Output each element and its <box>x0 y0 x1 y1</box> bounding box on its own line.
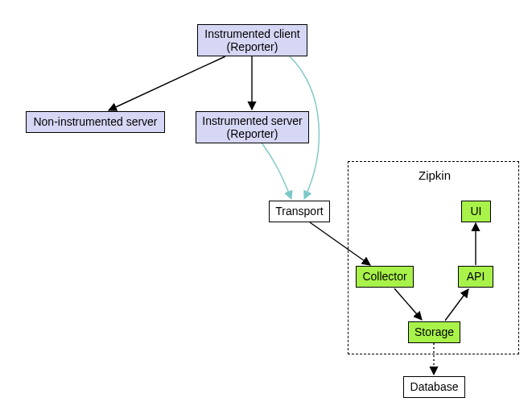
node-transport: Transport <box>269 201 330 222</box>
node-label: UI <box>471 205 482 218</box>
node-label: Collector <box>362 270 406 283</box>
node-ui: UI <box>461 201 491 222</box>
node-label: Storage <box>414 325 454 338</box>
node-api: API <box>458 266 493 288</box>
node-instrumented-server: Instrumented server (Reporter) <box>196 111 309 143</box>
node-label: Instrumented server <box>202 114 303 127</box>
node-non-instrumented-server: Non-instrumented server <box>26 111 165 133</box>
edge-server-to-transport <box>262 143 291 199</box>
node-collector: Collector <box>356 266 414 288</box>
node-label: Database <box>410 380 459 393</box>
node-sublabel: (Reporter) <box>227 40 278 53</box>
zipkin-group-label: Zipkin <box>419 168 451 182</box>
node-sublabel: (Reporter) <box>227 127 278 140</box>
edge-client-to-noninstrumented <box>109 56 225 110</box>
node-database: Database <box>403 376 465 398</box>
node-label: Instrumented client <box>204 27 299 40</box>
node-label: Transport <box>275 205 323 218</box>
node-label: API <box>467 270 485 283</box>
architecture-diagram: Zipkin Instrumented client (Reporter) No… <box>0 0 532 406</box>
node-storage: Storage <box>408 321 460 343</box>
node-instrumented-client: Instrumented client (Reporter) <box>197 24 307 56</box>
node-label: Non-instrumented server <box>33 115 157 128</box>
